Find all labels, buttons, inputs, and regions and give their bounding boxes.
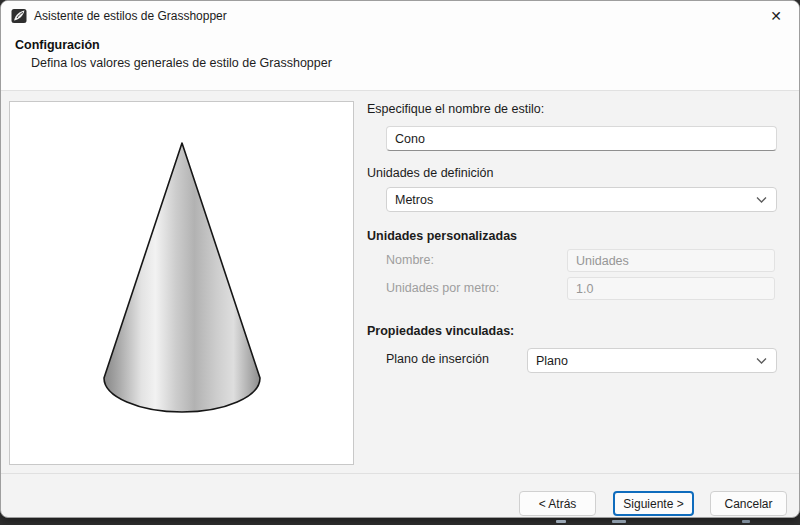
window-title: Asistente de estilos de Grasshopper: [34, 9, 227, 23]
next-button[interactable]: Siguiente >: [613, 491, 694, 516]
footer-divider: [1, 473, 799, 474]
close-icon: ✕: [770, 8, 782, 24]
wizard-header: Configuración Defina los valores general…: [1, 31, 799, 91]
titlebar: Asistente de estilos de Grasshopper ✕: [1, 1, 799, 31]
custom-units-name-label: Nombre:: [386, 253, 434, 267]
style-name-label: Especifique el nombre de estilo:: [367, 102, 544, 116]
custom-units-name-input: [567, 249, 775, 272]
chevron-down-icon: [756, 196, 767, 203]
wizard-dialog: Asistente de estilos de Grasshopper ✕ Co…: [0, 0, 800, 518]
back-button[interactable]: < Atrás: [519, 491, 596, 516]
background-window-strip: [742, 520, 750, 523]
style-preview-panel: [9, 101, 354, 465]
units-per-meter-label: Unidades por metro:: [386, 281, 499, 295]
insertion-plane-value: Plano: [536, 354, 568, 368]
page-title: Configuración: [15, 38, 100, 52]
chevron-down-icon: [756, 357, 767, 364]
definition-units-value: Metros: [395, 193, 433, 207]
grasshopper-logo-icon: [11, 8, 27, 24]
insertion-plane-select[interactable]: Plano: [527, 348, 777, 373]
definition-units-label: Unidades de definición: [367, 166, 493, 180]
linked-properties-section-label: Propiedades vinculadas:: [367, 324, 514, 338]
cancel-button[interactable]: Cancelar: [710, 491, 787, 516]
insertion-plane-label: Plano de inserción: [386, 352, 489, 366]
close-button[interactable]: ✕: [753, 1, 799, 31]
custom-units-section-label: Unidades personalizadas: [367, 229, 517, 243]
background-window-strip: [556, 520, 566, 523]
page-subtitle: Defina los valores generales de estilo d…: [31, 56, 332, 70]
units-per-meter-input: [567, 277, 775, 300]
cone-preview-image: [66, 138, 298, 420]
background-window-strip: [612, 520, 626, 523]
definition-units-select[interactable]: Metros: [386, 187, 777, 212]
style-name-input[interactable]: [386, 126, 777, 151]
